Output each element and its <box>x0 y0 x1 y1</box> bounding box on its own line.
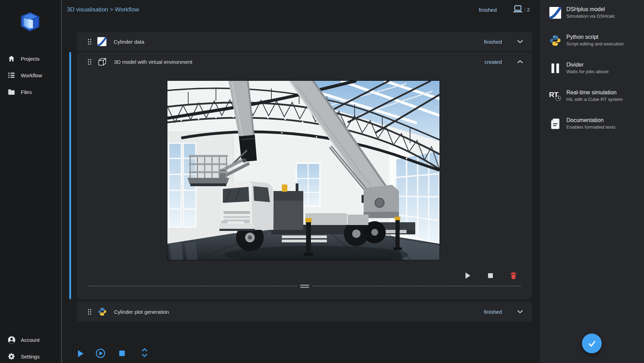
sidebar-item-label: Account <box>21 337 40 343</box>
user-icon <box>7 336 16 344</box>
palette-item-subtitle: HiL with a Cube RT system <box>566 97 623 102</box>
node-palette: DSHplus model Simulation via DSHcalc Pyt… <box>541 0 644 363</box>
drag-handle-icon[interactable] <box>87 38 92 45</box>
job-card-title: 3D model with virtual environment <box>114 59 192 65</box>
confirm-fab[interactable] <box>582 334 602 353</box>
chevron-down-icon[interactable] <box>517 310 523 313</box>
palette-item-python-script[interactable]: Python script Script editing and executi… <box>541 34 644 47</box>
python-icon <box>97 307 107 317</box>
sidebar-item-workflow[interactable]: Workflow <box>0 67 61 84</box>
laptop-icon <box>513 5 523 14</box>
chevron-down-icon[interactable] <box>517 40 523 43</box>
job-controls <box>464 272 517 279</box>
blue-cube-logo-icon <box>17 10 42 33</box>
palette-item-subtitle: Enables formatted texts <box>566 124 616 130</box>
palette-item-subtitle: Simulation via DSHcalc <box>566 14 615 19</box>
machine-count: : 2 <box>524 7 530 12</box>
sidebar-item-label: Workflow <box>21 72 42 78</box>
delete-button[interactable] <box>510 272 517 279</box>
run-all-button[interactable] <box>96 348 105 360</box>
sidebar-item-projects[interactable]: Projects <box>0 50 61 67</box>
gear-icon <box>7 352 16 361</box>
python-icon <box>549 34 562 47</box>
app-window: Projects Workflow Files <box>0 0 644 363</box>
job-card-cylinder-data[interactable]: Cylinder data finished <box>77 32 532 51</box>
palette-item-subtitle: Waits for jobs above <box>566 69 609 74</box>
chevron-up-icon[interactable] <box>517 60 523 63</box>
stop-button[interactable] <box>487 272 494 279</box>
job-card-header: Cylinder data finished <box>77 32 532 51</box>
palette-item-title: Divider <box>566 62 609 68</box>
resize-splitter[interactable] <box>88 284 521 288</box>
pause-icon <box>549 62 562 75</box>
palette-item-title: Real-time simulation <box>566 89 623 96</box>
palette-item-divider[interactable]: Divider Waits for jobs above <box>541 62 644 75</box>
sidebar-item-label: Settings <box>21 354 40 360</box>
job-status: created <box>485 59 502 65</box>
check-icon <box>588 339 597 348</box>
primary-nav: Projects Workflow Files <box>0 50 61 100</box>
drag-handle-icon[interactable] <box>87 309 92 315</box>
job-card-title: Cylinder plot generation <box>114 309 169 315</box>
sidebar-item-files[interactable]: Files <box>0 84 61 100</box>
app-logo[interactable] <box>17 10 42 35</box>
splitter-line <box>313 286 521 286</box>
dshplus-icon <box>97 37 106 46</box>
job-card-header: 3D model with virtual environment create… <box>77 52 532 71</box>
splitter-line <box>88 286 297 286</box>
run-button[interactable] <box>78 350 84 358</box>
palette-item-title: Documentation <box>566 117 616 123</box>
job-card-3d-model[interactable]: 3D model with virtual environment create… <box>77 52 532 299</box>
splitter-handle-icon[interactable] <box>300 285 309 288</box>
palette-item-realtime-simulation[interactable]: RT Real-time simulation HiL with a Cube … <box>541 89 644 103</box>
dshplus-icon <box>549 6 562 19</box>
reorder-button[interactable] <box>141 348 148 359</box>
breadcrumb[interactable]: 3D visualisation > Workflow <box>67 6 139 13</box>
palette-item-title: DSHplus model <box>566 6 615 12</box>
sidebar-item-settings[interactable]: Settings <box>0 348 61 363</box>
home-icon <box>7 54 16 63</box>
workflow-toolbar <box>62 345 235 362</box>
render-3d-viewport[interactable] <box>167 80 440 260</box>
warehouse-truck-render <box>167 81 440 260</box>
palette-item-dshplus-model[interactable]: DSHplus model Simulation via DSHcalc <box>541 6 644 19</box>
sidebar-item-account[interactable]: Account <box>0 331 61 348</box>
sidebar-item-label: Projects <box>21 56 40 62</box>
job-status: finished <box>484 39 502 45</box>
rt-clock-icon: RT <box>549 89 562 103</box>
active-card-accent-bar <box>69 52 71 299</box>
document-icon <box>549 117 562 130</box>
job-card-header: Cylinder plot generation finished <box>77 302 532 322</box>
palette-item-documentation[interactable]: Documentation Enables formatted texts <box>541 117 644 130</box>
palette-item-subtitle: Script editing and execution <box>566 41 624 46</box>
job-card-title: Cylinder data <box>114 39 144 45</box>
sidebar-item-label: Files <box>21 89 32 95</box>
job-status: finished <box>484 309 502 315</box>
left-sidebar: Projects Workflow Files <box>0 0 62 363</box>
cube-3d-icon <box>97 57 107 67</box>
workflow-status-badge: finished <box>462 7 497 13</box>
secondary-nav: Account Settings <box>0 331 61 363</box>
main-area: 3D visualisation > Workflow finished : 2 <box>62 0 541 363</box>
stop-all-button[interactable] <box>119 351 125 357</box>
job-card-cylinder-plot[interactable]: Cylinder plot generation finished <box>77 302 532 322</box>
drag-handle-icon[interactable] <box>87 59 92 65</box>
play-button[interactable] <box>464 272 471 279</box>
folder-icon <box>7 88 16 96</box>
palette-item-title: Python script <box>566 34 624 40</box>
list-icon <box>7 71 16 79</box>
